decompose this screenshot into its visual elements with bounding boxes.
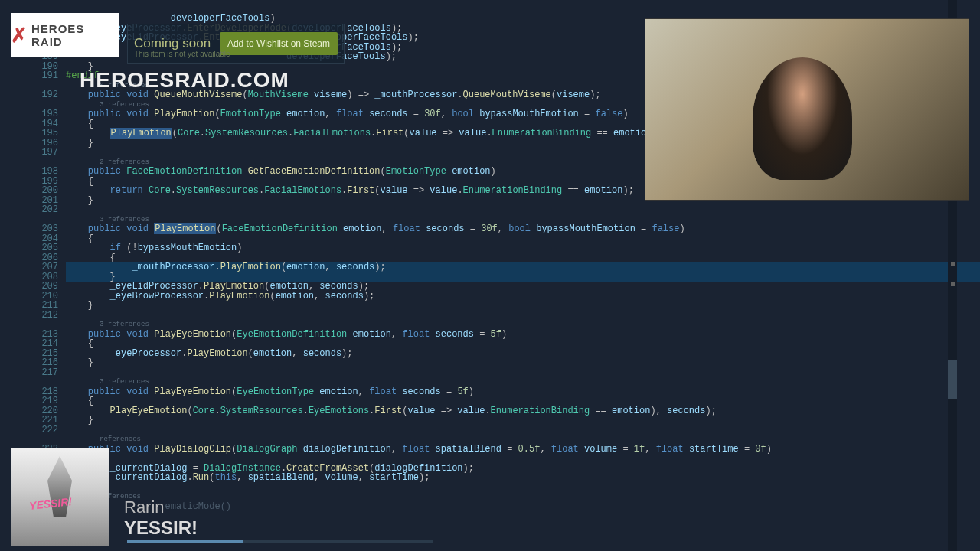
scroll-marker [951, 262, 956, 266]
music-artist: Rarin [124, 497, 198, 517]
promo-logo-icon: ✗ [11, 24, 28, 47]
music-progress-fill [127, 540, 243, 543]
promo-sub-text: This item is not yet available [134, 50, 230, 58]
promo-overlay: ✗ HEROES RAID Coming soon This item is n… [11, 10, 341, 109]
promo-url: HEROESRAID.COM [80, 68, 289, 93]
wishlist-button[interactable]: Add to Wishlist on Steam [220, 32, 338, 55]
webcam-overlay [645, 18, 969, 201]
promo-logo-text: HEROES RAID [31, 22, 119, 48]
promo-bar: Coming soon This item is not yet availab… [127, 24, 345, 64]
promo-coming-text: Coming soon [134, 36, 211, 51]
album-art-text: YESSIR! [28, 495, 72, 512]
music-info: Rarin YESSIR! [109, 497, 198, 546]
promo-logo: ✗ HEROES RAID [11, 13, 119, 57]
music-progress[interactable] [127, 540, 433, 543]
scrollbar-thumb[interactable] [948, 360, 957, 399]
music-overlay: YESSIR! Rarin YESSIR! [11, 448, 432, 546]
music-track: YESSIR! [124, 517, 198, 539]
scroll-marker [951, 282, 956, 286]
album-art: YESSIR! [11, 448, 109, 546]
